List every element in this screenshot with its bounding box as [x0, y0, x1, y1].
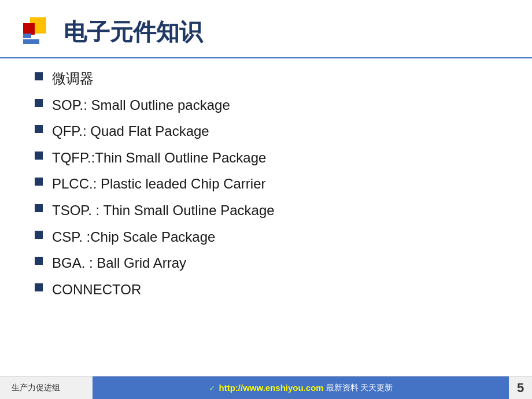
footer-url-bar[interactable]: ✓ http://www.enshiyou.com 最新资料 天天更新	[93, 376, 509, 399]
footer-url-text: http://www.enshiyou.com	[219, 383, 324, 393]
logo-blue-bar2	[23, 39, 39, 44]
checkmark-icon: ✓	[209, 383, 216, 393]
list-item: SOP.: Small Outline package	[35, 95, 497, 115]
list-item-text: CSP. :Chip Scale Package	[52, 227, 215, 247]
bullet-square-icon	[35, 204, 43, 212]
list-item-text: 微调器	[52, 69, 94, 88]
slide-header: 电子元件知识	[0, 0, 532, 58]
list-item-text: PLCC.: Plastic leaded Chip Carrier	[52, 174, 265, 194]
bullet-square-icon	[35, 125, 43, 133]
logo-icon	[23, 17, 53, 47]
bullet-square-icon	[35, 72, 43, 80]
footer-suffix-text: 最新资料 天天更新	[324, 383, 393, 393]
list-item: QFP.: Quad Flat Package	[35, 121, 497, 141]
slide-footer: 生产力促进组 ✓ http://www.enshiyou.com 最新资料 天天…	[0, 376, 532, 399]
bullet-square-icon	[35, 283, 43, 291]
list-item: CSP. :Chip Scale Package	[35, 227, 497, 247]
list-item: TSOP. : Thin Small Outline Package	[35, 201, 497, 220]
footer-organization: 生产力促进组	[0, 383, 93, 393]
list-item-text: QFP.: Quad Flat Package	[52, 121, 209, 141]
bullet-square-icon	[35, 231, 43, 239]
slide-content: 微调器SOP.: Small Outline packageQFP.: Quad…	[0, 69, 532, 299]
list-item-text: TSOP. : Thin Small Outline Package	[52, 201, 275, 220]
logo-red-block	[23, 23, 35, 35]
list-item: PLCC.: Plastic leaded Chip Carrier	[35, 174, 497, 194]
bullet-square-icon	[35, 178, 43, 186]
list-item: BGA. : Ball Grid Array	[35, 253, 497, 273]
list-item: 微调器	[35, 69, 497, 88]
list-item-text: BGA. : Ball Grid Array	[52, 253, 186, 273]
list-item: CONNECTOR	[35, 280, 497, 300]
bullet-square-icon	[35, 257, 43, 265]
bullet-square-icon	[35, 99, 43, 107]
page-number: 5	[509, 380, 532, 396]
logo-blue-bar1	[23, 34, 31, 38]
bullet-square-icon	[35, 152, 43, 160]
page-title: 电子元件知识	[64, 16, 202, 48]
bullet-list: 微调器SOP.: Small Outline packageQFP.: Quad…	[35, 69, 497, 299]
list-item-text: TQFP.:Thin Small Outline Package	[52, 148, 266, 168]
list-item-text: SOP.: Small Outline package	[52, 95, 230, 115]
list-item-text: CONNECTOR	[52, 280, 141, 300]
list-item: TQFP.:Thin Small Outline Package	[35, 148, 497, 168]
